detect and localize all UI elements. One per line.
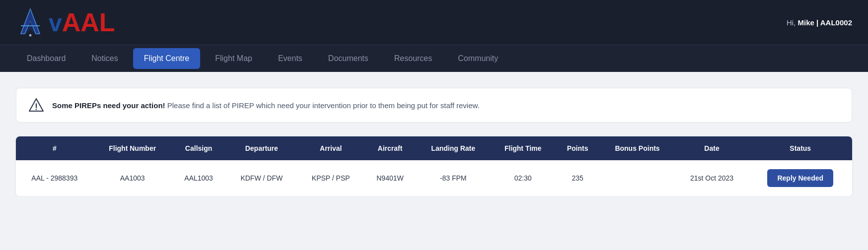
col-callsign: Callsign xyxy=(172,136,226,160)
col-id: # xyxy=(16,136,93,160)
svg-point-6 xyxy=(36,109,37,110)
logo-icon: ★ xyxy=(16,7,45,38)
cell-aircraft: N9401W xyxy=(364,160,416,196)
cell-flight-time: 02:30 xyxy=(491,160,556,196)
col-flight-time: Flight Time xyxy=(491,136,556,160)
alert-text: Some PIREPs need your action! Please fin… xyxy=(52,101,480,110)
nav-events[interactable]: Events xyxy=(267,45,313,72)
col-bonus-points: Bonus Points xyxy=(600,136,675,160)
col-points: Points xyxy=(556,136,600,160)
site-header: ★ vAAL Hi, Mike | AAL0002 xyxy=(0,0,868,45)
cell-date: 21st Oct 2023 xyxy=(675,160,749,196)
nav-flight-centre[interactable]: Flight Centre xyxy=(133,48,201,69)
greeting-text: Hi, xyxy=(787,18,796,27)
table-header-row: # Flight Number Callsign Departure Arriv… xyxy=(16,136,852,160)
logo-text: vAAL xyxy=(49,9,115,35)
cell-id: AAL - 2988393 xyxy=(16,160,93,196)
col-departure: Departure xyxy=(225,136,297,160)
alert-body: Please find a list of PIREP which need y… xyxy=(165,101,480,110)
cell-status: Reply Needed xyxy=(749,160,853,196)
nav-notices[interactable]: Notices xyxy=(80,45,129,72)
col-landing-rate: Landing Rate xyxy=(416,136,491,160)
col-aircraft: Aircraft xyxy=(364,136,416,160)
nav-dashboard[interactable]: Dashboard xyxy=(16,45,76,72)
col-arrival: Arrival xyxy=(297,136,364,160)
col-flight-number: Flight Number xyxy=(93,136,172,160)
nav-flight-map[interactable]: Flight Map xyxy=(204,45,263,72)
cell-departure: KDFW / DFW xyxy=(225,160,297,196)
cell-flight-number: AA1003 xyxy=(93,160,172,196)
col-date: Date xyxy=(675,136,749,160)
alert-bold: Some PIREPs need your action! xyxy=(52,101,165,110)
pirep-table-container: # Flight Number Callsign Departure Arriv… xyxy=(16,136,852,196)
logo-aal: AAL xyxy=(62,8,115,37)
reply-needed-button[interactable]: Reply Needed xyxy=(767,169,833,187)
cell-landing-rate: -83 FPM xyxy=(416,160,491,196)
nav-resources[interactable]: Resources xyxy=(383,45,443,72)
user-greeting: Hi, Mike | AAL0002 xyxy=(787,18,852,27)
nav-documents[interactable]: Documents xyxy=(317,45,379,72)
logo-v: v xyxy=(49,10,62,36)
main-nav: Dashboard Notices Flight Centre Flight M… xyxy=(0,45,868,72)
svg-text:★: ★ xyxy=(28,33,32,38)
col-status: Status xyxy=(749,136,853,160)
alert-banner: Some PIREPs need your action! Please fin… xyxy=(16,88,852,123)
cell-points: 235 xyxy=(556,160,600,196)
main-content: Some PIREPs need your action! Please fin… xyxy=(0,72,868,196)
cell-callsign: AAL1003 xyxy=(172,160,226,196)
cell-arrival: KPSP / PSP xyxy=(297,160,364,196)
cell-bonus-points xyxy=(600,160,675,196)
logo: ★ vAAL xyxy=(16,7,115,38)
table-row: AAL - 2988393 AA1003 AAL1003 KDFW / DFW … xyxy=(16,160,852,196)
nav-community[interactable]: Community xyxy=(447,45,509,72)
warning-icon xyxy=(28,97,44,113)
username-text: Mike | AAL0002 xyxy=(797,18,852,27)
pirep-table: # Flight Number Callsign Departure Arriv… xyxy=(16,136,852,196)
